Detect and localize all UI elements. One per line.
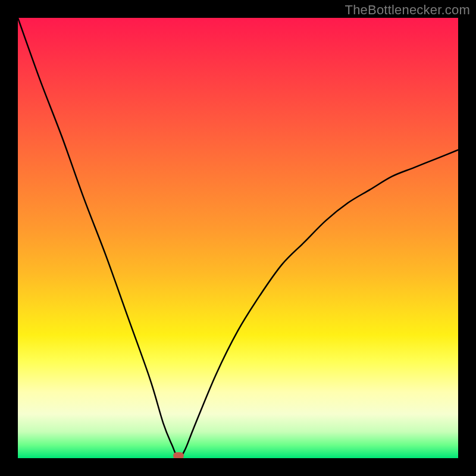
minimum-marker [173, 452, 184, 458]
chart-frame: TheBottlenecker.com [0, 0, 476, 476]
bottleneck-curve [18, 18, 458, 458]
curve-path [18, 18, 458, 458]
watermark-text: TheBottlenecker.com [345, 2, 470, 18]
plot-area [18, 18, 458, 458]
